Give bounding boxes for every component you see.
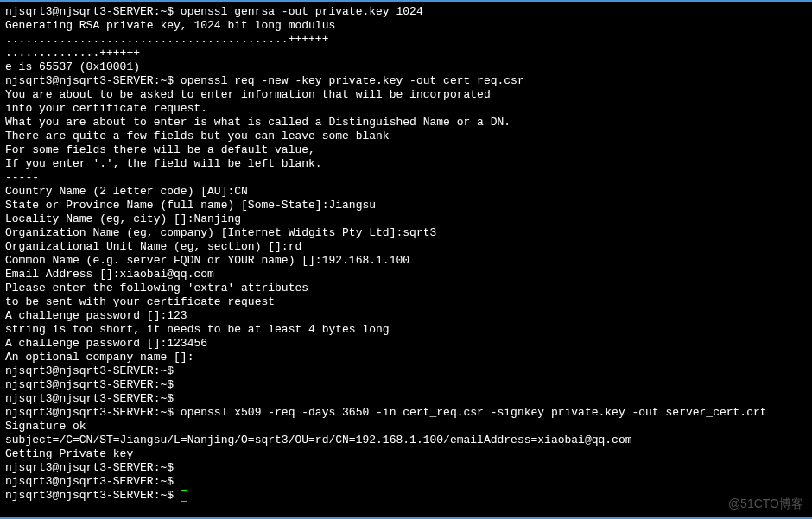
- terminal-line: A challenge password []:123456: [5, 337, 807, 351]
- terminal-output[interactable]: njsqrt3@njsqrt3-SERVER:~$ openssl genrsa…: [5, 5, 807, 489]
- terminal-line: njsqrt3@njsqrt3-SERVER:~$: [5, 461, 807, 475]
- terminal-line: e is 65537 (0x10001): [5, 60, 807, 74]
- terminal-line: An optional company name []:: [5, 351, 807, 364]
- terminal-line: State or Province Name (full name) [Some…: [5, 199, 807, 212]
- terminal-line: njsqrt3@njsqrt3-SERVER:~$: [5, 392, 807, 406]
- prompt-text: njsqrt3@njsqrt3-SERVER:~$: [5, 489, 181, 502]
- terminal-line: njsqrt3@njsqrt3-SERVER:~$ openssl genrsa…: [5, 5, 807, 19]
- terminal-line: Organizational Unit Name (eg, section) […: [5, 240, 807, 254]
- terminal-line: Country Name (2 letter code) [AU]:CN: [5, 185, 807, 199]
- terminal-line: Please enter the following 'extra' attri…: [5, 282, 807, 295]
- terminal-line: ........................................…: [5, 33, 807, 47]
- terminal-line: ..............++++++: [5, 47, 807, 60]
- terminal-line: njsqrt3@njsqrt3-SERVER:~$ openssl x509 -…: [5, 406, 807, 420]
- terminal-line: Common Name (e.g. server FQDN or YOUR na…: [5, 254, 807, 268]
- terminal-line: -----: [5, 171, 807, 185]
- terminal-line: For some fields there will be a default …: [5, 143, 807, 157]
- terminal-prompt-active[interactable]: njsqrt3@njsqrt3-SERVER:~$: [5, 489, 807, 503]
- terminal-line: Getting Private key: [5, 447, 807, 461]
- terminal-line: njsqrt3@njsqrt3-SERVER:~$ openssl req -n…: [5, 74, 807, 88]
- terminal-line: Locality Name (eg, city) []:Nanjing: [5, 212, 807, 226]
- cursor-icon: [181, 490, 187, 502]
- terminal-line: Organization Name (eg, company) [Interne…: [5, 226, 807, 240]
- terminal-line: njsqrt3@njsqrt3-SERVER:~$: [5, 364, 807, 378]
- terminal-line: njsqrt3@njsqrt3-SERVER:~$: [5, 378, 807, 392]
- terminal-line: Signature ok: [5, 420, 807, 434]
- terminal-line: into your certificate request.: [5, 102, 807, 116]
- terminal-line: Generating RSA private key, 1024 bit lon…: [5, 19, 807, 33]
- terminal-line: to be sent with your certificate request: [5, 295, 807, 309]
- terminal-line: njsqrt3@njsqrt3-SERVER:~$: [5, 475, 807, 489]
- terminal-line: subject=/C=CN/ST=Jiangsu/L=Nanjing/O=sqr…: [5, 434, 807, 447]
- terminal-line: If you enter '.', the field will be left…: [5, 157, 807, 171]
- terminal-line: There are quite a few fields but you can…: [5, 130, 807, 143]
- terminal-line: A challenge password []:123: [5, 309, 807, 323]
- terminal-line: You are about to be asked to enter infor…: [5, 88, 807, 102]
- terminal-line: string is too short, it needs to be at l…: [5, 323, 807, 337]
- watermark-text: @51CTO博客: [728, 497, 803, 510]
- terminal-line: Email Address []:xiaobai@qq.com: [5, 268, 807, 282]
- terminal-line: What you are about to enter is what is c…: [5, 116, 807, 130]
